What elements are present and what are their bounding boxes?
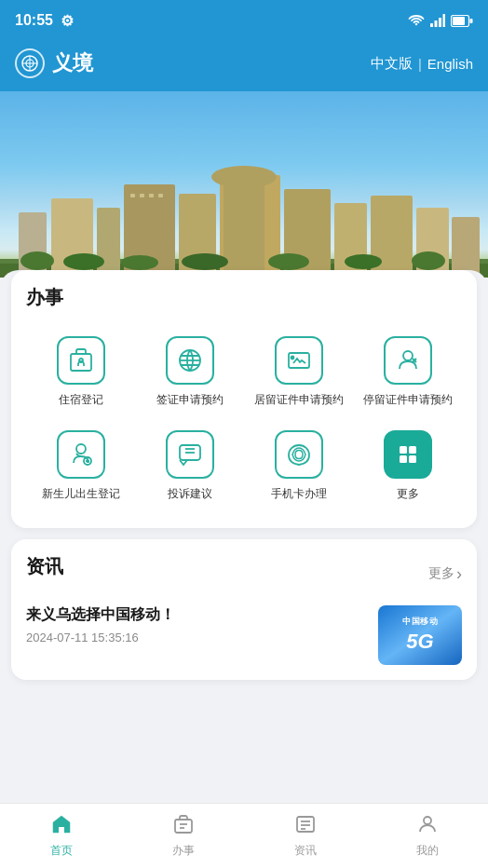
service-residence[interactable]: 居留证件申请预约 bbox=[244, 325, 353, 419]
residence-label: 居留证件申请预约 bbox=[254, 392, 344, 408]
svg-rect-47 bbox=[409, 446, 416, 454]
nav-news-label: 资讯 bbox=[294, 843, 317, 859]
mine-icon bbox=[416, 813, 439, 839]
battery-icon bbox=[451, 15, 473, 27]
service-complaint[interactable]: 投诉建议 bbox=[135, 419, 244, 513]
simcard-icon bbox=[275, 430, 323, 479]
service-more[interactable]: 更多 bbox=[353, 419, 462, 513]
svg-rect-15 bbox=[97, 208, 120, 278]
hotel-label: 住宿登记 bbox=[59, 392, 103, 408]
app-header: 义境 中文版 | English bbox=[0, 41, 488, 91]
more-label: 更多 bbox=[397, 486, 419, 502]
svg-point-43 bbox=[76, 444, 86, 454]
main-content: 办事 住宿登记 bbox=[0, 270, 488, 766]
wifi-icon bbox=[408, 14, 425, 27]
svg-point-41 bbox=[291, 357, 293, 359]
service-stay[interactable]: 停留证件申请预约 bbox=[353, 325, 462, 419]
lang-divider: | bbox=[418, 56, 422, 72]
nav-news[interactable]: 资讯 bbox=[244, 804, 366, 868]
home-icon bbox=[50, 813, 73, 839]
more-icon bbox=[384, 430, 432, 479]
service-birth[interactable]: 新生儿出生登记 bbox=[26, 419, 135, 513]
svg-rect-27 bbox=[158, 194, 163, 197]
svg-rect-49 bbox=[409, 455, 416, 463]
svg-rect-51 bbox=[175, 820, 192, 833]
lang-chinese[interactable]: 中文版 bbox=[371, 55, 413, 73]
hotel-icon bbox=[57, 336, 105, 385]
news-icon bbox=[294, 813, 317, 839]
hero-banner bbox=[0, 91, 488, 278]
svg-rect-26 bbox=[149, 194, 154, 197]
svg-point-42 bbox=[403, 351, 413, 360]
nav-home[interactable]: 首页 bbox=[0, 804, 122, 868]
bottom-nav: 首页 办事 资讯 bbox=[0, 803, 488, 868]
complaint-icon bbox=[166, 430, 214, 479]
birth-label: 新生儿出生登记 bbox=[42, 486, 120, 502]
news-text: 来义乌选择中国移动！ 2024-07-11 15:35:16 bbox=[26, 605, 367, 644]
news-item-date: 2024-07-11 15:35:16 bbox=[26, 631, 367, 644]
nav-affairs-label: 办事 bbox=[172, 843, 195, 859]
simcard-label: 手机卡办理 bbox=[271, 486, 327, 502]
gear-icon: ⚙ bbox=[61, 12, 74, 30]
svg-rect-0 bbox=[430, 23, 433, 27]
news-item-title: 来义乌选择中国移动！ bbox=[26, 605, 367, 625]
svg-point-34 bbox=[268, 253, 309, 270]
nav-affairs[interactable]: 办事 bbox=[122, 804, 244, 868]
services-grid: 住宿登记 签证申请预约 bbox=[26, 325, 462, 513]
lang-english[interactable]: English bbox=[427, 56, 473, 72]
complaint-label: 投诉建议 bbox=[168, 486, 212, 502]
news-thumbnail: 中国移动 5G bbox=[378, 605, 462, 665]
affairs-icon bbox=[172, 813, 195, 839]
news-section: 资讯 更多 › 来义乌选择中国移动！ 2024-07-11 15:35:16 中… bbox=[11, 539, 477, 680]
language-switcher[interactable]: 中文版 | English bbox=[371, 55, 473, 73]
svg-rect-25 bbox=[140, 194, 144, 197]
signal-icon bbox=[430, 14, 445, 27]
svg-rect-1 bbox=[435, 20, 438, 27]
svg-rect-50 bbox=[59, 827, 64, 833]
svg-point-31 bbox=[63, 253, 104, 270]
services-section: 办事 住宿登记 bbox=[11, 270, 477, 528]
nav-home-label: 首页 bbox=[50, 843, 73, 859]
svg-point-58 bbox=[424, 817, 431, 824]
birth-icon bbox=[57, 430, 105, 479]
nav-mine-label: 我的 bbox=[416, 843, 439, 859]
svg-rect-46 bbox=[400, 446, 407, 454]
news-item[interactable]: 来义乌选择中国移动！ 2024-07-11 15:35:16 中国移动 5G bbox=[26, 605, 462, 665]
nav-mine[interactable]: 我的 bbox=[366, 804, 488, 868]
svg-point-30 bbox=[20, 251, 54, 270]
news-header: 资讯 更多 › bbox=[26, 554, 462, 594]
service-simcard[interactable]: 手机卡办理 bbox=[244, 419, 353, 513]
app-logo bbox=[15, 48, 45, 78]
svg-rect-6 bbox=[470, 19, 473, 23]
svg-rect-3 bbox=[443, 14, 446, 27]
visa-label: 签证申请预约 bbox=[156, 392, 224, 408]
svg-rect-24 bbox=[130, 194, 135, 197]
stay-label: 停留证件申请预约 bbox=[363, 392, 453, 408]
svg-rect-23 bbox=[452, 217, 480, 278]
chevron-right-icon: › bbox=[456, 564, 462, 584]
svg-rect-29 bbox=[224, 175, 264, 278]
news-title: 资讯 bbox=[26, 554, 63, 579]
more-link-label[interactable]: 更多 bbox=[428, 565, 454, 582]
status-time: 10:55 bbox=[15, 12, 53, 29]
svg-point-33 bbox=[182, 253, 228, 270]
svg-rect-2 bbox=[439, 18, 441, 27]
news-more-link[interactable]: 更多 › bbox=[428, 564, 462, 584]
status-icons bbox=[408, 14, 473, 27]
services-title: 办事 bbox=[26, 285, 462, 310]
svg-rect-48 bbox=[400, 455, 407, 463]
visa-icon bbox=[166, 336, 214, 385]
svg-point-32 bbox=[121, 255, 158, 270]
status-bar: 10:55 ⚙ bbox=[0, 0, 488, 41]
app-title: 义境 bbox=[52, 49, 93, 77]
cityscape bbox=[0, 156, 488, 278]
stay-icon bbox=[384, 336, 432, 385]
service-visa[interactable]: 签证申请预约 bbox=[135, 325, 244, 419]
svg-rect-5 bbox=[453, 17, 465, 25]
residence-icon bbox=[275, 336, 323, 385]
service-hotel[interactable]: 住宿登记 bbox=[26, 325, 135, 419]
svg-point-36 bbox=[412, 251, 445, 270]
svg-point-35 bbox=[345, 254, 382, 269]
logo-area: 义境 bbox=[15, 48, 93, 78]
